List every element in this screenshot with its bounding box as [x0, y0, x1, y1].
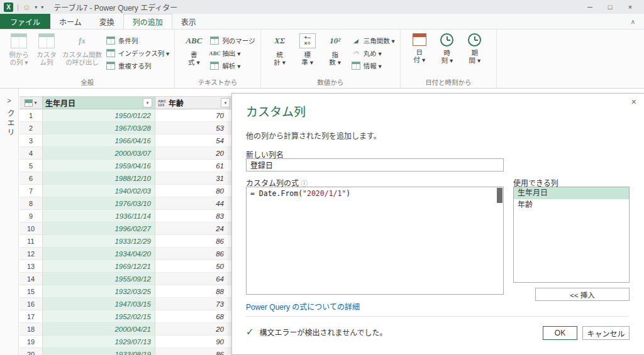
expand-queries-chevron-icon[interactable]: >	[0, 97, 18, 104]
age-cell[interactable]: 20	[155, 323, 233, 336]
row-number-cell[interactable]: 1	[19, 109, 43, 122]
maximize-button[interactable]: □	[600, 3, 620, 11]
birthdate-cell[interactable]: 1929/07/13	[43, 336, 155, 348]
formula-scrollbar-thumb[interactable]	[497, 188, 502, 203]
dialog-close-icon[interactable]: ×	[631, 97, 636, 107]
birthdate-cell[interactable]: 1966/04/16	[43, 134, 155, 147]
column-header-birthdate[interactable]: 生年月日 ▾	[43, 96, 155, 109]
row-number-cell[interactable]: 4	[19, 147, 43, 160]
birthdate-cell[interactable]: 1996/02/27	[43, 222, 155, 235]
birthdate-cell[interactable]: 1959/04/16	[43, 160, 155, 172]
ribbon-button[interactable]: ◠丸め ▾	[352, 48, 395, 58]
row-number-cell[interactable]: 12	[19, 248, 43, 260]
birthdate-cell[interactable]: 1936/11/14	[43, 210, 155, 222]
tab-transform[interactable]: 変換	[91, 14, 123, 29]
close-button[interactable]: ×	[620, 3, 640, 11]
age-cell[interactable]: 24	[155, 222, 233, 235]
filter-dropdown-icon[interactable]: ▾	[221, 98, 230, 107]
age-cell[interactable]: 31	[155, 172, 233, 185]
grid-corner-cell[interactable]: ▾	[19, 96, 43, 109]
ribbon-button[interactable]: 解析 ▾	[210, 61, 255, 70]
birthdate-cell[interactable]: 1950/01/22	[43, 109, 155, 122]
age-cell[interactable]: 20	[155, 147, 233, 160]
ribbon-button[interactable]: ABC書 式 ▾	[180, 31, 208, 78]
collapse-ribbon-icon[interactable]: ∧	[622, 14, 644, 29]
ribbon-button[interactable]: fxカスタム関数 の呼び出し	[60, 31, 104, 78]
age-cell[interactable]: 86	[155, 348, 233, 355]
ribbon-button[interactable]: 重複する列	[106, 61, 169, 70]
row-number-cell[interactable]: 13	[19, 260, 43, 273]
birthdate-cell[interactable]: 1934/04/20	[43, 248, 155, 260]
age-cell[interactable]: 83	[155, 210, 233, 222]
age-cell[interactable]: 86	[155, 248, 233, 260]
age-cell[interactable]: 68	[155, 310, 233, 323]
birthdate-cell[interactable]: 2000/03/07	[43, 147, 155, 160]
row-number-cell[interactable]: 3	[19, 134, 43, 147]
row-number-cell[interactable]: 15	[19, 285, 43, 298]
age-cell[interactable]: 73	[155, 298, 233, 310]
birthdate-cell[interactable]: 1947/03/15	[43, 298, 155, 310]
new-column-name-input[interactable]	[246, 158, 504, 172]
row-number-cell[interactable]: 14	[19, 273, 43, 285]
age-cell[interactable]: 70	[155, 109, 233, 122]
tab-home[interactable]: ホーム	[50, 14, 91, 29]
ribbon-button[interactable]: 10²指 数 ▾	[321, 31, 349, 78]
age-cell[interactable]: 80	[155, 185, 233, 197]
row-number-cell[interactable]: 18	[19, 323, 43, 336]
smiley-dropdown-caret-icon[interactable]: ▾	[35, 4, 37, 10]
ribbon-button[interactable]: 条件列	[106, 36, 169, 45]
age-cell[interactable]: 54	[155, 134, 233, 147]
ribbon-button[interactable]: インデックス列 ▾	[106, 48, 169, 58]
row-number-cell[interactable]: 7	[19, 185, 43, 197]
birthdate-cell[interactable]: 1955/09/12	[43, 273, 155, 285]
column-header-age[interactable]: ABC 123 年齢 ▾	[155, 96, 233, 109]
birthdate-cell[interactable]: 1976/03/10	[43, 197, 155, 210]
formula-editor[interactable]: = Date.From("2020/1/1")	[246, 187, 504, 295]
ribbon-button[interactable]: 例から の列 ▾	[5, 31, 33, 78]
available-column-item[interactable]: 年齢	[514, 199, 629, 211]
minimize-button[interactable]: ─	[580, 3, 600, 11]
insert-button[interactable]: << 挿入	[535, 288, 630, 301]
birthdate-cell[interactable]: 1969/12/21	[43, 260, 155, 273]
birthdate-cell[interactable]: 1952/02/15	[43, 310, 155, 323]
age-cell[interactable]: 50	[155, 260, 233, 273]
age-cell[interactable]: 86	[155, 235, 233, 248]
ribbon-button[interactable]: 列のマージ	[210, 36, 255, 45]
ribbon-button[interactable]: ◢三角関数 ▾	[352, 36, 395, 45]
birthdate-cell[interactable]: 1932/03/25	[43, 285, 155, 298]
birthdate-cell[interactable]: 1933/12/29	[43, 235, 155, 248]
row-number-cell[interactable]: 5	[19, 160, 43, 172]
birthdate-cell[interactable]: 1967/03/28	[43, 122, 155, 134]
available-column-item[interactable]: 生年月日	[514, 187, 629, 199]
filter-dropdown-icon[interactable]: ▾	[143, 98, 152, 107]
birthdate-cell[interactable]: 1933/08/19	[43, 348, 155, 355]
ribbon-button[interactable]: 情報 ▾	[352, 61, 395, 70]
age-cell[interactable]: 44	[155, 197, 233, 210]
age-cell[interactable]: 61	[155, 160, 233, 172]
ribbon-button[interactable]: 期 間 ▾	[461, 31, 489, 78]
row-number-cell[interactable]: 6	[19, 172, 43, 185]
birthdate-cell[interactable]: 2000/04/21	[43, 323, 155, 336]
tab-file[interactable]: ファイル	[0, 14, 50, 29]
row-number-cell[interactable]: 16	[19, 298, 43, 310]
tab-add-column[interactable]: 列の追加	[123, 14, 172, 29]
ribbon-button[interactable]: ABC抽出 ▾	[210, 48, 255, 58]
ok-button[interactable]: OK	[543, 326, 577, 340]
ribbon-button[interactable]: 日 付 ▾	[406, 31, 433, 78]
ribbon-button[interactable]: +− ×÷標 準 ▾	[294, 31, 321, 78]
formula-docs-link[interactable]: Power Query の式についての詳細	[246, 301, 360, 312]
tab-view[interactable]: 表示	[172, 14, 205, 29]
row-number-cell[interactable]: 10	[19, 222, 43, 235]
row-number-cell[interactable]: 17	[19, 310, 43, 323]
row-number-cell[interactable]: 8	[19, 197, 43, 210]
age-cell[interactable]: 88	[155, 285, 233, 298]
age-cell[interactable]: 64	[155, 273, 233, 285]
cancel-button[interactable]: キャンセル	[582, 326, 630, 340]
birthdate-cell[interactable]: 1940/02/03	[43, 185, 155, 197]
row-number-cell[interactable]: 9	[19, 210, 43, 222]
row-number-cell[interactable]: 20	[19, 348, 43, 355]
birthdate-cell[interactable]: 1988/12/10	[43, 172, 155, 185]
feedback-smiley-icon[interactable]: ☺	[23, 3, 31, 11]
row-number-cell[interactable]: 2	[19, 122, 43, 134]
ribbon-button[interactable]: カスタ ム列	[33, 31, 60, 78]
